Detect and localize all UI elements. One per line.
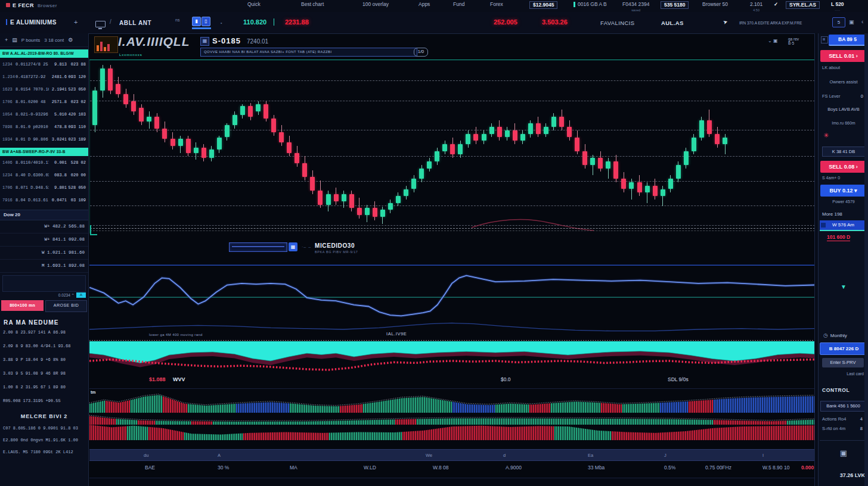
- monthly-row[interactable]: ◷Monthly: [823, 332, 847, 338]
- empty-quote-box[interactable]: [2, 275, 86, 292]
- info-count-chip[interactable]: 1/0: [414, 48, 428, 57]
- chart-watermark-subtitle: Lxxmxnxxs: [119, 53, 142, 57]
- monitor-icon[interactable]: [95, 21, 106, 27]
- search-button[interactable]: ▦: [289, 242, 297, 251]
- dow-row[interactable]: M 1.693.1 892.08: [0, 260, 88, 273]
- enter-sprv-button[interactable]: Enter S-PRV: [822, 358, 864, 367]
- price-red-1: 2231.88: [285, 18, 309, 26]
- ask-cell: 528 050: [67, 185, 86, 190]
- watchlist-row[interactable]: 16238.0154 7070.162.1941523 050: [0, 83, 88, 95]
- more-label[interactable]: More 198: [822, 211, 842, 217]
- boys-lavb-label[interactable]: Boys LAVB AVB: [819, 107, 868, 112]
- grid-toggle-icon[interactable]: ▦: [200, 37, 209, 46]
- mini-chip[interactable]: A: [76, 292, 86, 298]
- data-row[interactable]: 2.00 8 23.927 141 A 86.98: [0, 326, 88, 339]
- ask-cell: 093 120: [67, 74, 86, 79]
- chart-mode-icon-2[interactable]: ▯: [202, 17, 210, 26]
- watchlist-row[interactable]: 17068.071 D.948.519.801528 050: [0, 181, 88, 194]
- watchlist-highlight-row[interactable]: BW A+AB-SWEEP-RO-P-9V 33-B: [0, 148, 88, 156]
- watchlist-row[interactable]: 14068.0110/4010.170.001528 02: [0, 156, 88, 169]
- histogram-pane[interactable]: tm: [89, 388, 814, 440]
- buy-button[interactable]: BUY 0.12 ▾: [820, 185, 866, 197]
- folder-icon[interactable]: ▤: [12, 37, 17, 43]
- menu-item[interactable]: SYR.EL.AS: [786, 1, 820, 9]
- dow-row[interactable]: W 1.021.1 981.60: [0, 247, 88, 260]
- watchlist-highlight-row[interactable]: BW A.AL.AL-2019-BW-RO 80. BLG/W: [0, 49, 88, 58]
- watchlist-row[interactable]: 17068.01.0200 482571.8023 02: [0, 95, 88, 108]
- owners-assist-label: Owners assist: [819, 79, 868, 85]
- watchlist-row[interactable]: 12340.011274/8 259.813023 88: [0, 58, 88, 70]
- watchlist-tool-label-1[interactable]: P bounts: [21, 38, 40, 43]
- dow-row[interactable]: W+ 841.1 092.08: [0, 233, 88, 247]
- chart-corner-icons[interactable]: ⌄ ▣: [768, 38, 777, 43]
- window-icon[interactable]: ▣: [849, 19, 854, 25]
- candlestick-chart[interactable]: [89, 60, 815, 233]
- symbol-cell: 8.0110/4010.17: [16, 160, 49, 165]
- menu-item[interactable]: $12.9045: [529, 1, 557, 9]
- amount-field[interactable]: W 576 Am: [820, 220, 867, 231]
- toolbar-text-1[interactable]: FAVALINCIS: [600, 20, 635, 26]
- menu-item[interactable]: Browser 50: [702, 2, 728, 7]
- centered-label: MELCRE BIVI 2: [0, 410, 88, 422]
- menu-item[interactable]: 100 overlay: [362, 2, 389, 7]
- data-row[interactable]: 3.88 9 P 18.04 9 +6 8% 80: [0, 353, 88, 367]
- watchlist-row[interactable]: 1.2340.4187272-922481.6093 120: [0, 70, 88, 83]
- time-axis-band[interactable]: duAWedEaJI: [89, 449, 814, 461]
- arose-bid-button[interactable]: AROSE BID: [45, 300, 87, 312]
- data-row[interactable]: 1.00 8 2 31.95 67 1 89 80: [0, 381, 88, 394]
- back-icon[interactable]: ‹: [861, 18, 863, 25]
- watchlist-row[interactable]: 19348.01 D 90.8063.0241023 189: [0, 133, 88, 145]
- watchlist-tool-label-2[interactable]: 3 18 cont: [44, 38, 64, 43]
- bank-field[interactable]: Bank 456 1 5600: [820, 401, 866, 412]
- cursor-icon[interactable]: ➤: [723, 18, 729, 26]
- data-row[interactable]: R05.008 173.3195 +90.55: [0, 394, 88, 408]
- data-row[interactable]: 3.03 9 5 91.08 9 46 8R 98: [0, 367, 88, 381]
- watchlist-row[interactable]: 79168.04 D.013.610.047103 109: [0, 194, 88, 206]
- scrollbar[interactable]: [864, 33, 868, 486]
- gear-icon[interactable]: ⚙: [68, 37, 73, 43]
- search-input[interactable]: [229, 242, 287, 252]
- sell-button-2[interactable]: SELL 0.08 ›: [820, 161, 866, 173]
- band-value-red: $1.088: [149, 376, 166, 382]
- window-mini-icon[interactable]: [821, 36, 828, 43]
- bid-cell: 9.813: [49, 62, 67, 67]
- menu-item[interactable]: Forex: [490, 2, 503, 7]
- dow-row[interactable]: W+ 482.2 565.88: [0, 220, 88, 233]
- chart-mode-icon-1[interactable]: ▮: [192, 17, 201, 26]
- data-row[interactable]: 2.09 8 9 83.00 4/94.1 93.68: [0, 339, 88, 353]
- symbol-label[interactable]: E ALUMINIUMS: [6, 19, 57, 26]
- band-indicator-pane[interactable]: [89, 339, 814, 374]
- menu-item[interactable]: 535 5180: [661, 1, 689, 9]
- srfd-value[interactable]: 8: [860, 426, 863, 431]
- windows-icon[interactable]: ▣: [819, 448, 868, 457]
- sell-button-1[interactable]: SELL 0.01 ›: [820, 50, 866, 62]
- order-id-button[interactable]: K 38 41 DB: [822, 147, 865, 157]
- menu-item[interactable]: Apps: [418, 2, 430, 7]
- lever-value[interactable]: 0: [861, 94, 863, 99]
- plus-icon[interactable]: +: [5, 37, 8, 43]
- time-cell: 1706: [2, 185, 16, 190]
- chart-mode-buttons[interactable]: ▮▯: [192, 17, 215, 30]
- pink-button[interactable]: 800×100 mn: [1, 300, 44, 311]
- red-quote-link[interactable]: 101 600 D: [827, 234, 850, 241]
- account-button[interactable]: BA 89 5: [829, 35, 866, 46]
- toolbar-text-2[interactable]: AUL.AS: [661, 20, 684, 26]
- menu-item[interactable]: 0016 GB A B: [574, 2, 607, 7]
- menu-item[interactable]: Quick: [247, 2, 261, 7]
- watchlist-row[interactable]: 78988.01.0 p02010478.8093 110: [0, 120, 88, 133]
- watchlist-row[interactable]: 10548.021-0-932965.010420 103: [0, 108, 88, 120]
- timeframe-label[interactable]: ABLL ANT: [119, 20, 151, 26]
- grid-count-chip[interactable]: 5: [832, 17, 845, 27]
- menu-item[interactable]: ✓: [774, 2, 778, 7]
- menu-item[interactable]: Fund: [453, 2, 464, 7]
- time-tick: d: [503, 453, 506, 458]
- bid-cell: 5.010: [49, 112, 67, 117]
- blue-action-button[interactable]: B 8047 226 D: [820, 342, 868, 355]
- menu-item[interactable]: Best chart: [301, 2, 324, 7]
- watchlist-row[interactable]: 12348.40 D.6300.03083.8020 00: [0, 169, 88, 181]
- oscillator-pane[interactable]: lower ga 4M 400 moving rand IAL.IV9E: [89, 257, 814, 337]
- app-logo[interactable]: E FECRBrowser: [6, 2, 57, 8]
- actions-value[interactable]: 4: [860, 416, 863, 422]
- add-symbol-button[interactable]: +: [74, 18, 78, 26]
- last-card-label: Last card: [819, 372, 864, 376]
